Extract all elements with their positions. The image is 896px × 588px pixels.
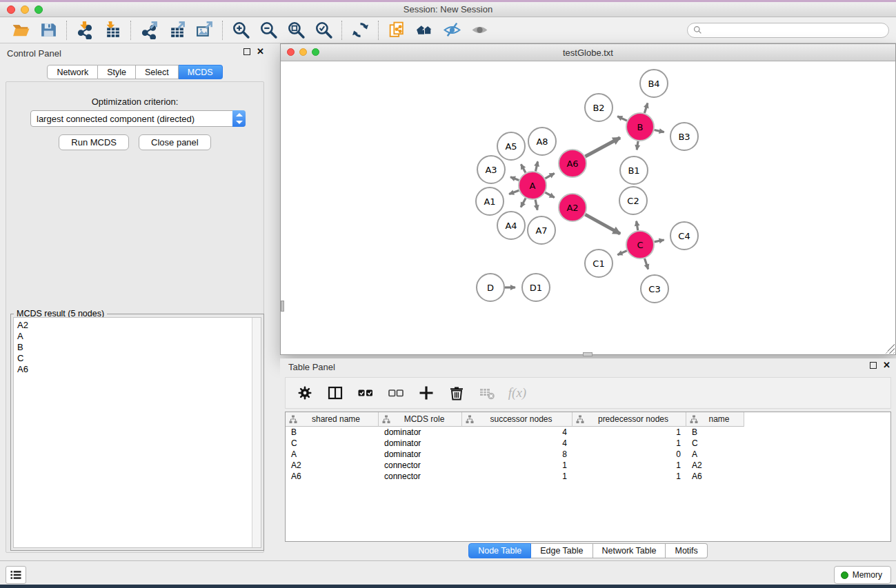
tab-select[interactable]: Select <box>136 65 179 79</box>
graph-node-C3[interactable]: C3 <box>641 275 668 303</box>
edge-C-C2[interactable] <box>637 221 638 231</box>
split-columns-button[interactable] <box>323 381 348 405</box>
export-network-button[interactable] <box>135 19 163 41</box>
float-table-panel-icon[interactable] <box>870 362 877 369</box>
edge-A-A8[interactable] <box>535 161 537 171</box>
run-mcds-button[interactable]: Run MCDS <box>59 134 129 150</box>
edge-A2-C[interactable] <box>585 214 620 234</box>
graph-node-B2[interactable]: B2 <box>585 94 613 121</box>
graph-node-D1[interactable]: D1 <box>522 274 550 301</box>
add-column-button[interactable] <box>414 381 439 405</box>
graph-node-B3[interactable]: B3 <box>670 123 698 150</box>
node-table[interactable]: shared nameMCDS rolesuccessor nodesprede… <box>285 412 891 542</box>
zoom-out-button[interactable] <box>255 19 282 41</box>
result-list-item[interactable]: A2 <box>17 320 261 331</box>
edge-A-A1[interactable] <box>509 190 519 194</box>
export-table-button[interactable] <box>163 19 190 41</box>
import-network-button[interactable] <box>71 19 99 41</box>
network-graph[interactable]: B4B2BB3A8A5A6A3B1AC2A1A2A4A7C4CC1C3DD1 <box>281 61 895 354</box>
function-builder-button[interactable]: f(x) <box>505 381 530 405</box>
left-panel-grip[interactable] <box>281 301 284 312</box>
result-list-item[interactable]: C <box>17 353 261 364</box>
tab-network[interactable]: Network <box>47 65 98 79</box>
tab-edge-table[interactable]: Edge Table <box>531 543 593 558</box>
graph-node-C2[interactable]: C2 <box>619 187 647 214</box>
column-header-name[interactable]: name <box>686 412 744 427</box>
graph-node-C4[interactable]: C4 <box>670 222 698 250</box>
graph-node-A7[interactable]: A7 <box>528 216 555 244</box>
graph-node-A1[interactable]: A1 <box>476 187 504 215</box>
graph-node-D[interactable]: D <box>477 274 504 301</box>
edge-A-A2[interactable] <box>545 192 554 197</box>
graph-node-A4[interactable]: A4 <box>497 212 525 239</box>
zoom-in-button[interactable] <box>227 19 255 41</box>
edge-A-A6[interactable] <box>545 173 554 178</box>
graph-node-A5[interactable]: A5 <box>497 132 525 160</box>
graph-node-B1[interactable]: B1 <box>620 156 648 184</box>
edge-B-B3[interactable] <box>655 130 664 132</box>
network-canvas[interactable]: B4B2BB3A8A5A6A3B1AC2A1A2A4A7C4CC1C3DD1 <box>281 61 895 354</box>
new-network-from-selection-button[interactable] <box>383 19 410 41</box>
table-row-A[interactable]: Adominator80A <box>286 449 890 460</box>
edge-A-A7[interactable] <box>535 200 537 210</box>
graph-node-A2[interactable]: A2 <box>559 194 586 221</box>
tab-mcds[interactable]: MCDS <box>179 65 223 79</box>
graph-node-B[interactable]: B <box>626 113 654 141</box>
column-header-predecessor-nodes[interactable]: predecessor nodes <box>573 412 686 427</box>
graph-node-A6[interactable]: A6 <box>559 150 586 177</box>
table-row-B[interactable]: Bdominator41B <box>286 427 890 438</box>
search-input[interactable] <box>706 26 883 35</box>
close-panel-button[interactable]: Close panel <box>139 134 211 150</box>
select-all-button[interactable] <box>353 381 378 405</box>
float-panel-icon[interactable] <box>243 48 250 55</box>
save-session-button[interactable] <box>34 19 62 41</box>
search-field[interactable] <box>687 23 889 38</box>
edge-B-B1[interactable] <box>637 141 638 150</box>
delete-table-button[interactable] <box>475 381 499 405</box>
column-header-MCDS-role[interactable]: MCDS role <box>379 412 462 427</box>
show-panels-button[interactable] <box>6 566 26 584</box>
close-panel-icon[interactable]: ✕ <box>257 48 264 56</box>
graph-node-A[interactable]: A <box>519 172 546 199</box>
export-image-button[interactable] <box>190 19 218 41</box>
result-list-scrollbar[interactable] <box>252 318 261 547</box>
result-list-item[interactable]: B <box>17 342 261 353</box>
close-table-panel-icon[interactable]: ✕ <box>883 361 890 369</box>
edge-A6-B[interactable] <box>585 138 620 156</box>
tab-network-table[interactable]: Network Table <box>593 543 666 558</box>
hide-selected-button[interactable] <box>438 19 466 41</box>
table-row-C[interactable]: Cdominator41C <box>286 438 890 449</box>
edge-C-C4[interactable] <box>655 240 664 242</box>
result-list-item[interactable]: A <box>17 331 261 342</box>
edge-A-A3[interactable] <box>510 177 519 181</box>
mcds-result-list[interactable]: A2ABCA6 <box>13 317 261 548</box>
column-header-successor-nodes[interactable]: successor nodes <box>462 412 573 427</box>
edge-C-C3[interactable] <box>645 258 648 270</box>
delete-column-button[interactable] <box>444 381 469 405</box>
tab-node-table[interactable]: Node Table <box>468 543 531 558</box>
edge-B-B4[interactable] <box>644 103 648 113</box>
column-header-shared-name[interactable]: shared name <box>286 412 379 427</box>
gear-button[interactable] <box>292 381 317 405</box>
tab-style[interactable]: Style <box>98 65 136 79</box>
memory-button[interactable]: Memory <box>834 566 891 584</box>
deselect-all-button[interactable] <box>384 381 408 405</box>
import-table-button[interactable] <box>99 19 126 41</box>
network-window-titlebar[interactable]: testGlobe.txt <box>281 44 895 61</box>
tab-motifs[interactable]: Motifs <box>666 543 707 558</box>
table-row-A6[interactable]: A6connector11A6 <box>286 471 890 482</box>
first-neighbors-button[interactable] <box>410 19 438 41</box>
result-list-item[interactable]: A6 <box>17 364 261 375</box>
zoom-fit-button[interactable] <box>282 19 310 41</box>
edge-A-A5[interactable] <box>521 164 526 172</box>
table-row-A2[interactable]: A2connector11A2 <box>286 460 890 471</box>
graph-node-C[interactable]: C <box>626 231 654 258</box>
resize-grip-icon[interactable] <box>885 344 895 354</box>
graph-node-A8[interactable]: A8 <box>528 128 556 155</box>
edge-C-C1[interactable] <box>617 251 626 255</box>
edge-A-A4[interactable] <box>521 199 526 207</box>
criterion-dropdown[interactable]: largest connected component (directed) <box>30 110 246 127</box>
open-session-button[interactable] <box>7 19 34 41</box>
show-all-button[interactable] <box>466 19 493 41</box>
graph-node-A3[interactable]: A3 <box>477 156 505 183</box>
